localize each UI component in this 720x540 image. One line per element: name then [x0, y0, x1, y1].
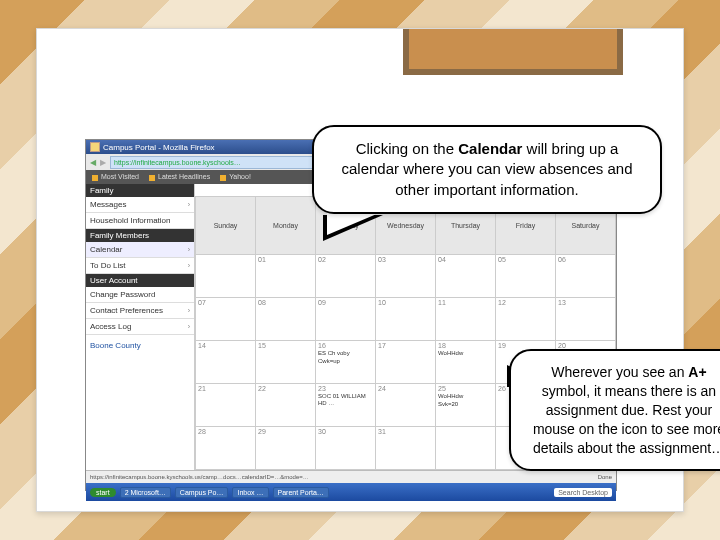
cal-event: SOC 01 WILLIAM HD …: [318, 393, 373, 406]
cal-cell[interactable]: 14: [196, 341, 256, 384]
sidebar-label: To Do List: [90, 261, 126, 270]
forward-icon[interactable]: ▶: [100, 158, 106, 167]
sidebar-head-members: Family Members: [86, 229, 194, 242]
chevron-right-icon: ›: [188, 323, 190, 330]
callout-text: symbol, it means there is an assignment …: [533, 383, 720, 456]
start-button[interactable]: start: [90, 488, 116, 497]
window-title: Campus Portal - Mozilla Firefox: [103, 143, 215, 152]
chevron-right-icon: ›: [188, 262, 190, 269]
cal-event: Svk=20: [438, 401, 493, 408]
cal-cell[interactable]: 23SOC 01 WILLIAM HD …: [316, 384, 376, 427]
system-tray: Search Desktop: [554, 488, 612, 497]
cal-cell[interactable]: 25WoHHdwSvk=20: [436, 384, 496, 427]
cal-cell[interactable]: 21: [196, 384, 256, 427]
chevron-right-icon: ›: [188, 307, 190, 314]
sidebar-item-household[interactable]: Household Information: [86, 213, 194, 229]
cal-cell[interactable]: 31: [376, 427, 436, 470]
bookmark-headlines[interactable]: Latest Headlines: [149, 173, 210, 180]
sidebar-item-contact[interactable]: Contact Preferences›: [86, 303, 194, 319]
bookmark-most-visited[interactable]: Most Visited: [92, 173, 139, 180]
cal-cell[interactable]: 13: [556, 298, 616, 341]
cal-cell[interactable]: 22: [256, 384, 316, 427]
cal-cell[interactable]: 03: [376, 255, 436, 298]
slide-decoration: [403, 29, 623, 75]
cal-event: ES Ch voby: [318, 350, 373, 357]
cal-cell[interactable]: 04: [436, 255, 496, 298]
cal-event: WoHHdw: [438, 393, 493, 400]
cal-cell[interactable]: 06: [556, 255, 616, 298]
cal-cell[interactable]: 16ES Ch vobyCwk=up: [316, 341, 376, 384]
taskbar-item[interactable]: Parent Porta…: [273, 487, 329, 498]
cal-event: WoHHdw: [438, 350, 493, 357]
chevron-right-icon: ›: [188, 201, 190, 208]
firefox-icon: [90, 142, 100, 152]
callout-text: Wherever you see an: [551, 364, 688, 380]
cal-cell[interactable]: 05: [496, 255, 556, 298]
browser-status-bar: https://infinitecampus.boone.kyschools.u…: [86, 470, 616, 483]
sidebar-item-access[interactable]: Access Log›: [86, 319, 194, 335]
callout-bold: A+: [688, 364, 706, 380]
slide-card: Campus Portal - Mozilla Firefox ◀ ▶ http…: [36, 28, 684, 512]
cal-cell[interactable]: 07: [196, 298, 256, 341]
sidebar-head-family: Family: [86, 184, 194, 197]
day-header: Sunday: [196, 197, 256, 255]
cal-cell[interactable]: 29: [256, 427, 316, 470]
back-icon[interactable]: ◀: [90, 158, 96, 167]
cal-cell[interactable]: 01: [256, 255, 316, 298]
windows-taskbar: start 2 Microsoft… Campus Po… Inbox … Pa…: [86, 483, 616, 501]
cal-cell[interactable]: 02: [316, 255, 376, 298]
taskbar-item[interactable]: 2 Microsoft…: [120, 487, 171, 498]
cal-cell[interactable]: 18WoHHdw: [436, 341, 496, 384]
taskbar-item[interactable]: Campus Po…: [175, 487, 229, 498]
cal-cell[interactable]: [196, 255, 256, 298]
cal-cell[interactable]: 15: [256, 341, 316, 384]
bookmark-yahoo[interactable]: Yahoo!: [220, 173, 251, 180]
cal-cell[interactable]: 10: [376, 298, 436, 341]
callout-assignment: Wherever you see an A+ symbol, it means …: [509, 349, 720, 471]
chevron-right-icon: ›: [188, 246, 190, 253]
callout-text: Clicking on the: [356, 140, 459, 157]
status-done: Done: [598, 474, 612, 480]
sidebar-label: Calendar: [90, 245, 122, 254]
sidebar-item-messages[interactable]: Messages›: [86, 197, 194, 213]
sidebar-item-changepw[interactable]: Change Password: [86, 287, 194, 303]
cal-cell[interactable]: 24: [376, 384, 436, 427]
sidebar-label: Household Information: [90, 216, 171, 225]
cal-cell[interactable]: 30: [316, 427, 376, 470]
sidebar-label: Contact Preferences: [90, 306, 163, 315]
callout-tail-fill: [327, 213, 379, 235]
day-header: Monday: [256, 197, 316, 255]
sidebar-label: Access Log: [90, 322, 131, 331]
cal-cell[interactable]: 09: [316, 298, 376, 341]
sidebar-item-todo[interactable]: To Do List›: [86, 258, 194, 274]
cal-cell[interactable]: 28: [196, 427, 256, 470]
cal-cell[interactable]: 12: [496, 298, 556, 341]
cal-cell[interactable]: 17: [376, 341, 436, 384]
sidebar-link-district[interactable]: Boone County: [86, 335, 194, 356]
cal-cell[interactable]: 11: [436, 298, 496, 341]
status-url: https://infinitecampus.boone.kyschools.u…: [90, 474, 309, 480]
cal-event: Cwk=up: [318, 358, 373, 365]
cal-cell[interactable]: [436, 427, 496, 470]
sidebar-label: Messages: [90, 200, 126, 209]
taskbar-item[interactable]: Inbox …: [232, 487, 268, 498]
search-desktop[interactable]: Search Desktop: [554, 488, 612, 497]
sidebar-item-calendar[interactable]: Calendar›: [86, 242, 194, 258]
callout-bold: Calendar: [458, 140, 522, 157]
sidebar-label: Change Password: [90, 290, 155, 299]
cal-cell[interactable]: 08: [256, 298, 316, 341]
url-text: https://infinitecampus.boone.kyschools…: [114, 159, 241, 166]
callout-calendar: Clicking on the Calendar will bring up a…: [312, 125, 662, 214]
sidebar-head-account: User Account: [86, 274, 194, 287]
portal-sidebar: Family Messages› Household Information F…: [86, 184, 195, 470]
